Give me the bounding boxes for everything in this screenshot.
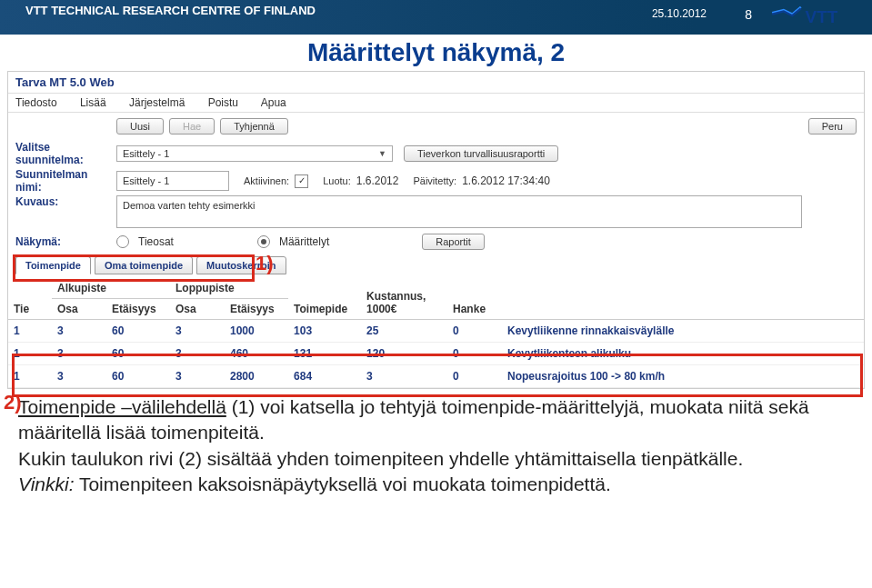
- select-plan-dropdown[interactable]: Esittely - 1 ▼: [116, 145, 393, 162]
- cell-let: 2800: [225, 365, 288, 388]
- menu-bar: Tiedosto Lisää Järjestelmä Poistu Apua: [8, 93, 864, 113]
- cell-let: 460: [225, 343, 288, 365]
- cell-kust: 3: [361, 365, 447, 388]
- th-let: Etäisyys: [225, 299, 288, 320]
- paragraph-2: Kukin taulukon rivi (2) sisältää yhden t…: [18, 446, 854, 472]
- plan-name-label: Suunnitelman nimi:: [15, 168, 111, 194]
- callout-1-label: 1): [256, 252, 274, 275]
- active-checkbox[interactable]: ✓: [295, 174, 308, 188]
- created-label: Luotu:: [323, 175, 351, 186]
- select-plan-value: Esittely - 1: [123, 148, 169, 159]
- cell-aet: 60: [106, 343, 170, 365]
- cell-hanke: 0: [447, 365, 502, 388]
- cell-aosa: 3: [52, 320, 106, 343]
- created-value: 1.6.2012: [356, 174, 399, 187]
- vtt-logo: VTT: [768, 3, 859, 30]
- desc-input[interactable]: Demoa varten tehty esimerkki: [116, 195, 802, 228]
- body-text: Toimenpide –välilehdellä (1) voi katsell…: [0, 389, 872, 497]
- menu-file[interactable]: Tiedosto: [15, 96, 57, 109]
- cell-aosa: 3: [52, 365, 106, 388]
- cell-aosa: 3: [52, 343, 106, 365]
- cell-toim: 131: [288, 343, 361, 365]
- updated-label: Päivitetty:: [413, 175, 456, 186]
- cell-kust: 25: [361, 320, 447, 343]
- p1-underline: Toimenpide –välilehdellä: [18, 396, 226, 417]
- toolbar: Uusi Hae Tyhjennä Peru: [8, 113, 864, 140]
- cell-hanke: 0: [447, 343, 502, 365]
- active-label: Aktiivinen:: [244, 175, 289, 186]
- app-frame: Tarva MT 5.0 Web Tiedosto Lisää Järjeste…: [7, 71, 865, 389]
- search-button[interactable]: Hae: [169, 118, 215, 135]
- radio-maarittelyt-label: Määrittelyt: [279, 235, 329, 248]
- chevron-down-icon: ▼: [378, 149, 386, 158]
- page-number: 8: [745, 7, 752, 22]
- cell-let: 1000: [225, 320, 288, 343]
- th-kustannus: Kustannus, 1000€: [361, 278, 447, 320]
- th-loppu: Loppupiste: [170, 278, 288, 299]
- cell-desc: Kevytliikenteen alikulku: [502, 343, 864, 365]
- radio-tieosat[interactable]: [116, 235, 129, 248]
- cell-tie: 1: [8, 365, 52, 388]
- th-losa: Osa: [170, 299, 225, 320]
- cell-tie: 1: [8, 343, 52, 365]
- menu-help[interactable]: Apua: [261, 96, 286, 109]
- table-row[interactable]: 136034601311200Kevytliikenteen alikulku: [8, 343, 864, 365]
- cell-desc: Kevytliikenne rinnakkaisväylälle: [502, 320, 864, 343]
- clear-button[interactable]: Tyhjennä: [220, 118, 288, 135]
- cell-aet: 60: [106, 320, 170, 343]
- paragraph-3: Vinkki: Toimenpiteen kaksoisnäpäytyksell…: [18, 472, 854, 497]
- p3-italic: Vinkki:: [18, 473, 74, 494]
- view-label: Näkymä:: [15, 235, 111, 248]
- cell-losa: 3: [170, 343, 225, 365]
- select-plan-label: Valitse suunnitelma:: [15, 141, 111, 166]
- cell-tie: 1: [8, 320, 52, 343]
- updated-value: 1.6.2012 17:34:40: [462, 174, 550, 187]
- new-button[interactable]: Uusi: [116, 118, 164, 135]
- p3-rest: Toimenpiteen kaksoisnäpäytyksellä voi mu…: [74, 473, 610, 494]
- th-hanke: Hanke: [447, 278, 502, 320]
- cell-kust: 120: [361, 343, 447, 365]
- radio-tieosat-label: Tieosat: [138, 235, 174, 248]
- header-bar: VTT TECHNICAL RESEARCH CENTRE OF FINLAND…: [0, 0, 872, 35]
- org-name: VTT TECHNICAL RESEARCH CENTRE OF FINLAND: [0, 4, 872, 17]
- paragraph-1: Toimenpide –välilehdellä (1) voi katsell…: [18, 394, 854, 446]
- cell-losa: 3: [170, 365, 225, 388]
- desc-label: Kuvaus:: [15, 195, 111, 208]
- tab-toimenpide[interactable]: Toimenpide: [15, 256, 91, 274]
- report-button[interactable]: Tieverkon turvallisuusraportti: [404, 145, 558, 162]
- th-alku: Alkupiste: [52, 278, 170, 299]
- table-row[interactable]: 136031000103250Kevytliikenne rinnakkaisv…: [8, 320, 864, 343]
- th-toimepide: Toimepide: [288, 278, 361, 320]
- th-aet: Etäisyys: [106, 299, 170, 320]
- reports-button[interactable]: Raportit: [422, 234, 485, 250]
- cell-aet: 60: [106, 365, 170, 388]
- cell-desc: Nopeusrajoitus 100 -> 80 km/h: [502, 365, 864, 388]
- cell-hanke: 0: [447, 320, 502, 343]
- cell-losa: 3: [170, 320, 225, 343]
- th-tie: Tie: [8, 278, 52, 320]
- cell-toim: 684: [288, 365, 361, 388]
- plan-name-input[interactable]: Esittely - 1: [116, 171, 229, 191]
- svg-text:VTT: VTT: [806, 7, 838, 26]
- cell-toim: 103: [288, 320, 361, 343]
- menu-add[interactable]: Lisää: [80, 96, 106, 109]
- header-date: 25.10.2012: [652, 7, 707, 20]
- callout-2-label: 2): [4, 391, 22, 414]
- app-title: Tarva MT 5.0 Web: [8, 72, 864, 93]
- data-table: Tie Alkupiste Loppupiste Toimepide Kusta…: [8, 278, 864, 388]
- menu-system[interactable]: Järjestelmä: [129, 96, 185, 109]
- radio-maarittelyt[interactable]: [257, 235, 270, 248]
- slide-title: Määrittelyt näkymä, 2: [0, 38, 872, 67]
- tab-oma-toimenpide[interactable]: Oma toimenpide: [95, 256, 193, 274]
- menu-exit[interactable]: Poistu: [208, 96, 238, 109]
- th-aosa: Osa: [52, 299, 106, 320]
- table-row[interactable]: 13603280068430Nopeusrajoitus 100 -> 80 k…: [8, 365, 864, 388]
- undo-button[interactable]: Peru: [808, 118, 857, 135]
